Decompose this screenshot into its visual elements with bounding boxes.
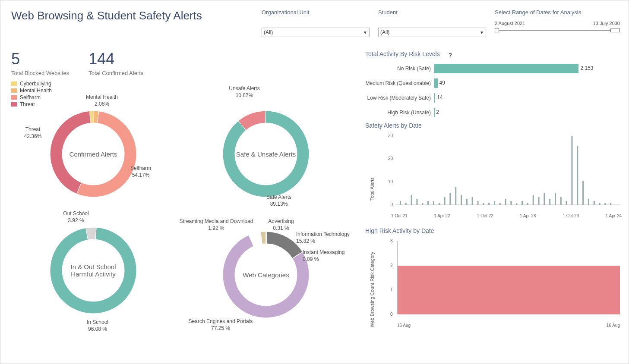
kpi-blocked-label: Total Blocked Websites — [11, 70, 69, 76]
swatch-icon — [11, 102, 17, 107]
svg-rect-13 — [444, 197, 446, 205]
svg-rect-39 — [588, 199, 589, 205]
risk-bar-track: 2 — [434, 108, 624, 117]
svg-text:20: 20 — [388, 156, 393, 161]
donut-center-label: Confirmed Alerts — [61, 151, 126, 158]
risk-bar-value: 2 — [436, 109, 439, 115]
org-unit-select[interactable]: (All) ▼ — [262, 28, 370, 37]
slice-label-threat: Threat 42.36% — [16, 126, 50, 140]
slice-label-search: Search Engines and Portals 77.25 % — [177, 318, 264, 332]
svg-rect-19 — [477, 201, 478, 205]
slice-label-out-school: Out School 3.92 % — [54, 210, 98, 224]
risk-bar-row: Low Risk (Moderately Safe)14 — [365, 93, 624, 103]
date-range-filter: Select Range of Dates for Analysis 2 Aug… — [495, 9, 620, 33]
svg-rect-18 — [472, 197, 473, 205]
svg-rect-7 — [411, 195, 412, 205]
date-end: 13 July 2030 — [593, 21, 620, 26]
chevron-down-icon: ▼ — [363, 30, 367, 35]
legend-label: Cyberbullying — [20, 81, 51, 87]
legend-label: Threat — [20, 101, 35, 107]
student-filter: Student (All) ▼ — [378, 9, 486, 37]
svg-rect-26 — [516, 203, 517, 205]
svg-rect-37 — [577, 146, 578, 205]
svg-rect-40 — [594, 201, 595, 205]
svg-rect-28 — [527, 203, 528, 205]
svg-rect-20 — [483, 203, 484, 205]
risk-bar-track: 49 — [434, 78, 624, 88]
svg-rect-8 — [416, 199, 417, 205]
legend-label: Mental Health — [20, 88, 52, 94]
svg-rect-16 — [461, 195, 462, 205]
kpi-alerts: 144 Total Confirmed Alerts — [89, 50, 143, 76]
slider-handle-right[interactable] — [610, 28, 620, 32]
x-tick: 1 Apr 24 — [606, 213, 622, 218]
svg-rect-5 — [400, 201, 401, 205]
org-unit-value: (All) — [264, 29, 273, 35]
donut-center-label: In & Out School Harmful Activity — [61, 263, 126, 278]
svg-rect-14 — [449, 193, 451, 205]
high-risk-title: High Risk Activity by Date — [365, 227, 624, 234]
date-range-label: Select Range of Dates for Analysis — [495, 9, 620, 16]
x-tick: 1 Apr 22 — [434, 213, 450, 218]
svg-rect-32 — [549, 199, 550, 205]
safety-ylabel: Total Alerts — [370, 177, 375, 201]
safety-by-date-chart[interactable]: 0102030 — [382, 132, 624, 213]
svg-rect-31 — [544, 193, 545, 205]
high-risk-chart[interactable]: 0123 15 Aug16 Aug — [389, 237, 624, 323]
risk-bar-row: High Risk (Unsafe)2 — [365, 107, 624, 118]
svg-rect-41 — [599, 203, 601, 205]
org-unit-filter: Organizational Unit (All) ▼ — [262, 9, 370, 37]
risk-bar-value: 14 — [437, 94, 443, 100]
slice-label-in-school: In School 96.08 % — [76, 319, 119, 333]
slider-handle-left[interactable] — [495, 28, 499, 32]
risk-bar-label: High Risk (Unsafe) — [365, 110, 434, 116]
safety-svg: 0102030 — [382, 132, 624, 213]
risk-bar-label: Low Risk (Moderately Safe) — [365, 95, 434, 101]
risk-bar-fill — [434, 78, 438, 88]
high-risk-ylabel: Web Browsing Count Risk Category — [370, 252, 375, 327]
svg-text:10: 10 — [388, 179, 393, 184]
slice-label-im: Instant Messaging 0.09 % — [303, 249, 363, 263]
student-select[interactable]: (All) ▼ — [378, 28, 486, 37]
risk-bar-row: No Risk (Safe)2,153 — [365, 63, 624, 74]
svg-rect-29 — [533, 195, 534, 205]
slice-label-safe: Safe Alerts 89.13% — [257, 194, 300, 207]
svg-rect-17 — [466, 199, 468, 205]
svg-rect-12 — [439, 203, 440, 205]
slice-label-it: Information Technology 15.82 % — [296, 231, 365, 245]
date-range-slider[interactable] — [495, 28, 620, 33]
svg-rect-11 — [433, 201, 434, 205]
svg-rect-36 — [571, 136, 572, 205]
slice-label-adv: Advertising 0.31 % — [262, 218, 300, 232]
slider-track — [496, 30, 618, 31]
risk-bar-track: 14 — [434, 93, 624, 103]
safety-by-date-title: Safety Alerts by Date — [365, 122, 624, 129]
page-title: Web Browsing & Student Safety Alerts — [11, 9, 253, 22]
legend-item: Mental Health — [11, 88, 52, 94]
help-icon[interactable]: ? — [449, 52, 452, 59]
chevron-down-icon: ▼ — [480, 30, 484, 35]
svg-rect-33 — [555, 193, 556, 205]
student-label: Student — [378, 9, 486, 16]
donut-center-label: Web Categories — [234, 271, 298, 279]
svg-rect-30 — [538, 197, 540, 205]
swatch-icon — [11, 88, 17, 93]
kpi-alerts-value: 144 — [89, 50, 143, 68]
chart-in-out-school: In & Out School Harmful Activity Out Sch… — [11, 210, 184, 339]
risk-bars-chart[interactable]: No Risk (Safe)2,153Medium Risk (Question… — [365, 63, 624, 118]
svg-rect-24 — [505, 199, 506, 205]
x-tick: 1 Oct 22 — [477, 213, 493, 218]
svg-rect-38 — [582, 181, 584, 205]
risk-bar-fill — [434, 93, 435, 103]
org-unit-label: Organizational Unit — [262, 9, 370, 16]
chart-confirmed-alerts: Cyberbullying Mental Health Selfharm Thr… — [11, 81, 184, 210]
student-value: (All) — [380, 29, 389, 35]
x-tick: 1 Apr 23 — [520, 213, 536, 218]
confirmed-legend: Cyberbullying Mental Health Selfharm Thr… — [11, 81, 52, 108]
svg-rect-15 — [455, 187, 456, 205]
risk-bar-fill — [434, 64, 578, 73]
swatch-icon — [11, 82, 17, 86]
x-tick: 15 Aug — [397, 323, 411, 328]
swatch-icon — [11, 95, 17, 100]
svg-rect-35 — [566, 201, 567, 205]
